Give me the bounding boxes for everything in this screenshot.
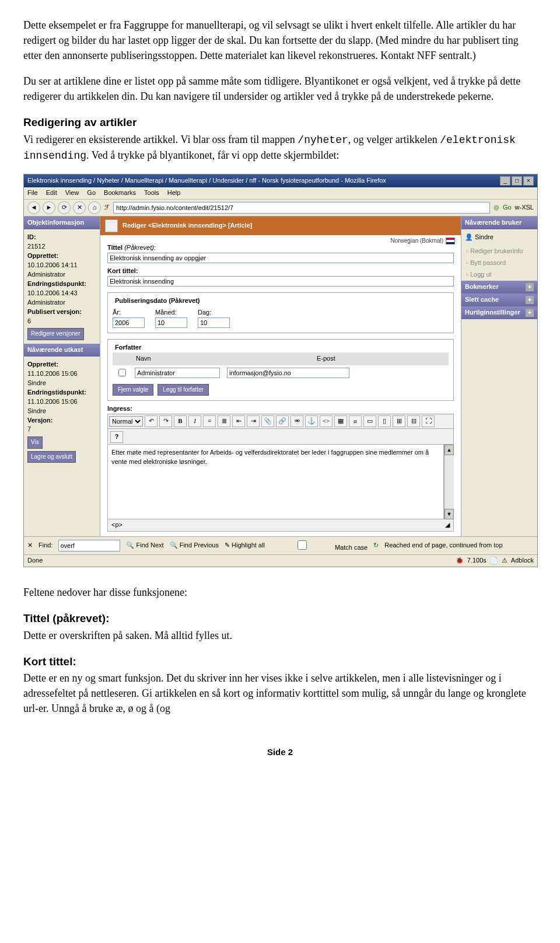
undo-icon[interactable]: ↶ [145, 415, 158, 427]
t-a: Vi redigerer en eksisterende artikkel. V… [23, 134, 298, 145]
insert-col-icon[interactable]: ▯ [378, 415, 391, 427]
home-button[interactable]: ⌂ [88, 201, 101, 214]
scroll-up-icon[interactable]: ▲ [444, 445, 454, 455]
bold-icon[interactable]: B [174, 415, 187, 427]
indent-icon[interactable]: ⇥ [247, 415, 260, 427]
logg-ut-link[interactable]: ◦ Logg ut [461, 269, 537, 281]
slett-cache-expand-icon[interactable]: + [526, 296, 534, 304]
author-name-input[interactable] [135, 368, 220, 378]
highlight-all-button[interactable]: ✎ Highlight all [225, 541, 265, 550]
legg-til-forfatter-button[interactable]: Legg til forfatter [158, 384, 208, 396]
hurtig-header[interactable]: Hurtiginnstillinger+ [461, 306, 537, 319]
editor-scrollbar[interactable]: ▲ ▼ [444, 445, 454, 519]
italic-icon[interactable]: I [188, 415, 201, 427]
list-ul-icon[interactable]: ≣ [218, 415, 230, 427]
bokmerker-header[interactable]: Bokmerker+ [461, 281, 537, 294]
find-next-button[interactable]: 🔍 Find Next [126, 541, 163, 550]
vis-button[interactable]: Vis [27, 436, 43, 449]
dag-label: Dag: [198, 308, 230, 317]
tittel-input[interactable] [107, 253, 454, 263]
find-close-icon[interactable]: ✕ [27, 541, 33, 550]
page-number: Side 2 [23, 746, 537, 759]
menu-go[interactable]: Go [87, 188, 96, 198]
rediger-brukerinfo-link[interactable]: ◦ Rediger brukerinfo [461, 246, 537, 257]
redo-icon[interactable]: ↷ [159, 415, 172, 427]
find-input[interactable] [58, 540, 120, 551]
add-bookmark-icon[interactable]: + [526, 283, 534, 291]
match-case-checkbox[interactable]: Match case [271, 539, 368, 553]
ar-input[interactable] [113, 317, 145, 328]
outdent-icon[interactable]: ⇤ [232, 415, 245, 427]
slett-cache-header[interactable]: Slett cache+ [461, 294, 537, 306]
dag-input[interactable] [198, 317, 230, 328]
endring-value: 10.10.2006 14:43 [27, 289, 96, 298]
scroll-down-icon[interactable]: ▼ [444, 509, 454, 519]
bruker-header: Nåværende bruker [461, 216, 537, 229]
go-icon[interactable]: ◎ [494, 203, 499, 212]
help-button[interactable]: ? [110, 431, 123, 443]
link-icon[interactable]: 🔗 [276, 415, 289, 427]
editor-textarea[interactable]: Etter møte med representanter for Arbeid… [107, 445, 444, 519]
redigere-versjoner-button[interactable]: Redigere versjoner [27, 328, 84, 340]
language-indicator: Norwegian (Bokmal) [390, 237, 455, 246]
alpha-icon[interactable]: α [349, 415, 362, 427]
author-email-input[interactable] [227, 368, 349, 378]
stop-button[interactable]: ✕ [73, 201, 86, 214]
utkast-endring-label: Endringstidspunkt: [27, 388, 96, 397]
fjern-valgte-button[interactable]: Fjern valgte [113, 384, 153, 396]
unlink-icon[interactable]: ⚮ [290, 415, 303, 427]
bytt-passord-link[interactable]: ◦ Bytt passord [461, 257, 537, 269]
lagre-avslutt-button[interactable]: Lagre og avslutt [27, 451, 76, 463]
code-icon[interactable]: <> [320, 415, 332, 427]
t-b: , og velger artikkelen [348, 134, 440, 145]
maned-input[interactable] [155, 317, 187, 328]
table-icon[interactable]: ▦ [334, 415, 347, 427]
ingress-label: Ingress: [107, 404, 454, 414]
ar-label: År: [113, 308, 145, 317]
go-label[interactable]: Go [503, 203, 512, 212]
maximize-button[interactable]: □ [512, 176, 522, 186]
menu-view[interactable]: View [65, 188, 79, 198]
minimize-button[interactable]: _ [500, 176, 510, 186]
menu-tools[interactable]: Tools [144, 188, 159, 198]
adblock-label[interactable]: Adblock [511, 556, 534, 565]
author-checkbox[interactable] [118, 369, 126, 376]
window-buttons: _ □ × [500, 176, 534, 186]
resize-handle-icon[interactable]: ◢ [445, 521, 450, 530]
id-value: 21512 [27, 242, 96, 252]
format-select[interactable]: Normal [109, 416, 143, 427]
fullscreen-icon[interactable]: ⛶ [422, 415, 435, 427]
xsl-badge[interactable]: w-XSL [515, 203, 534, 212]
attach-icon[interactable]: 📎 [261, 415, 274, 427]
mono-a: /nyheter [298, 134, 348, 146]
forward-button[interactable]: ► [43, 201, 55, 214]
menu-edit[interactable]: Edit [46, 188, 57, 198]
merge-icon[interactable]: ⊟ [407, 415, 420, 427]
menu-bookmarks[interactable]: Bookmarks [104, 188, 136, 198]
after-p1: Feltene nedover har disse funksjonene: [23, 585, 537, 600]
menu-help[interactable]: Help [167, 188, 181, 198]
browser-menubar: File Edit View Go Bookmarks Tools Help [24, 187, 537, 200]
section1-text: Vi redigerer en eksisterende artikkel. V… [23, 132, 537, 163]
find-prev-button[interactable]: 🔍 Find Previous [170, 541, 219, 550]
warning-icon: ⚠ [502, 556, 508, 565]
split-icon[interactable]: ⊞ [393, 415, 405, 427]
anchor-icon[interactable]: ⚓ [305, 415, 318, 427]
intro-p1: Dette eksempelet er fra Faggruppe for ma… [23, 18, 537, 63]
korttittel-input[interactable] [107, 276, 454, 287]
versjon-label: Versjon: [27, 416, 96, 425]
left-sidebar: Objektinformasjon ID: 21512 Opprettet: 1… [24, 216, 100, 536]
reload-button[interactable]: ⟳ [58, 201, 71, 214]
center-form: Rediger <Elektronisk innsending> [Articl… [100, 216, 461, 536]
close-button[interactable]: × [523, 176, 534, 186]
back-button[interactable]: ◄ [27, 201, 40, 214]
t-c: . Ved å trykke på blyantikonet, får vi o… [86, 149, 340, 161]
insert-row-icon[interactable]: ▭ [363, 415, 376, 427]
hurtig-expand-icon[interactable]: + [526, 309, 534, 317]
list-ol-icon[interactable]: ≡ [203, 415, 216, 427]
bug-icon[interactable]: 🐞 [456, 556, 464, 565]
menu-file[interactable]: File [27, 188, 38, 198]
load-time: 7.100s [467, 556, 487, 565]
edit-header: Rediger <Elektronisk innsending> [Articl… [100, 216, 461, 235]
url-input[interactable] [113, 202, 490, 214]
